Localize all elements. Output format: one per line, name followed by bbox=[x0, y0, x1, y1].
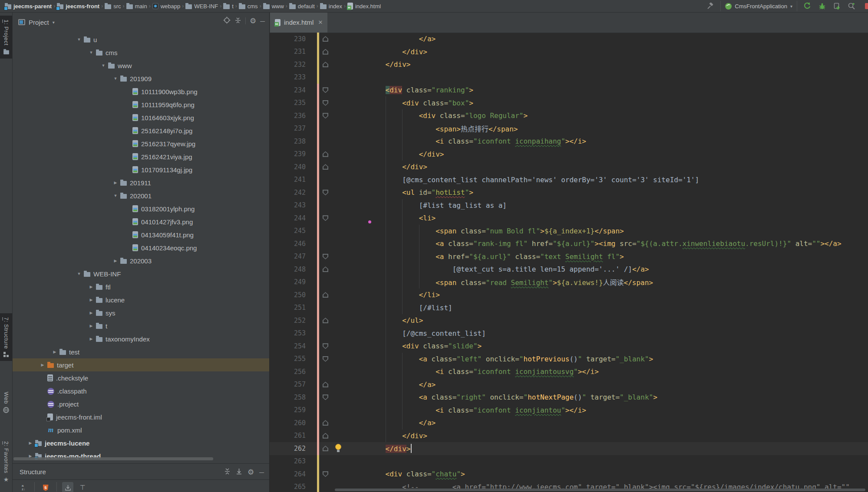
tree-item-201911[interactable]: ▶201911 bbox=[13, 176, 269, 189]
chevron-collapsed-icon[interactable]: ▶ bbox=[26, 441, 35, 445]
code-line-250[interactable]: 250 </li> bbox=[270, 289, 868, 302]
tree-item-25162148yi7o-jpg[interactable]: 25162148yi7o.jpg bbox=[13, 124, 269, 137]
tree-item-www[interactable]: ▼www bbox=[13, 59, 269, 72]
fold-marker-icon[interactable] bbox=[323, 151, 328, 157]
show-fields-icon[interactable]: ⊤ bbox=[77, 482, 88, 492]
breadcrumb-item[interactable]: WEB-INF bbox=[184, 1, 219, 11]
gear-icon[interactable]: ⚙ bbox=[250, 17, 256, 25]
chevron-collapsed-icon[interactable]: ▶ bbox=[86, 337, 96, 341]
chevron-collapsed-icon[interactable]: ▶ bbox=[50, 350, 59, 354]
chevron-collapsed-icon[interactable]: ▶ bbox=[86, 298, 96, 302]
profiler-icon[interactable] bbox=[846, 1, 857, 11]
stripe-tab-favorites[interactable]: 2: Favorites ★ bbox=[0, 437, 12, 486]
fold-marker-icon[interactable] bbox=[323, 100, 328, 106]
collapse-all-icon[interactable] bbox=[234, 17, 241, 25]
breadcrumb-item[interactable]: cms bbox=[238, 1, 259, 11]
tree-item-04134059f41t-png[interactable]: 04134059f41t.png bbox=[13, 228, 269, 241]
tree-item-10111959q6fo-png[interactable]: 10111959q6fo.png bbox=[13, 98, 269, 111]
stop-icon[interactable] bbox=[861, 1, 868, 11]
code-line-234[interactable]: 234 <div class="ranking"> bbox=[270, 84, 868, 97]
code-line-233[interactable]: 233 bbox=[270, 71, 868, 84]
fold-marker-icon[interactable] bbox=[323, 164, 328, 170]
project-horizontal-scrollbar[interactable] bbox=[13, 457, 213, 460]
breadcrumb-item[interactable]: main bbox=[125, 1, 149, 11]
tree-item-pom-xml[interactable]: mpom.xml bbox=[13, 423, 269, 436]
hide-panel-icon[interactable]: ─ bbox=[259, 469, 264, 476]
html5-filter-icon[interactable]: 5 bbox=[40, 482, 51, 492]
stripe-tab-web[interactable]: Web bbox=[0, 388, 12, 418]
code-line-255[interactable]: 255 <a class="left" onclick="hotPrevious… bbox=[270, 353, 868, 366]
tree-item-25162317qyew-jpg[interactable]: 25162317qyew.jpg bbox=[13, 137, 269, 150]
chevron-collapsed-icon[interactable]: ▶ bbox=[38, 363, 47, 367]
fold-marker-icon[interactable] bbox=[323, 343, 328, 349]
breadcrumb-item[interactable]: webapp bbox=[151, 1, 182, 11]
run-coverage-icon[interactable] bbox=[832, 1, 842, 11]
structure-panel-header[interactable]: Structure ⚙ ─ bbox=[13, 463, 269, 480]
code-line-238[interactable]: 238 <i class="iconfont iconpaihang"></i> bbox=[270, 135, 868, 148]
code-line-232[interactable]: 232 </div> bbox=[270, 58, 868, 71]
tree-item-10164603xjyk-png[interactable]: 10164603xjyk.png bbox=[13, 111, 269, 124]
code-line-241[interactable]: 241 [@cms_content_list channelPath='news… bbox=[270, 174, 868, 187]
code-line-259[interactable]: 259 <i class="iconfont iconjiantou"></i> bbox=[270, 404, 868, 417]
tree-item-t[interactable]: ▶t bbox=[13, 319, 269, 332]
code-line-251[interactable]: 251 [/#list] bbox=[270, 302, 868, 315]
chevron-expanded-icon[interactable]: ▼ bbox=[86, 50, 96, 55]
code-editor[interactable]: 230 </a>231 </div>232 </div>233234 <div … bbox=[270, 33, 868, 492]
chevron-expanded-icon[interactable]: ▼ bbox=[74, 37, 84, 42]
tree-item-test[interactable]: ▶test bbox=[13, 345, 269, 358]
code-line-236[interactable]: 236 <div class="logo Regular"> bbox=[270, 109, 868, 122]
fold-marker-icon[interactable] bbox=[323, 190, 328, 195]
tree-item-target[interactable]: ▶target bbox=[13, 358, 269, 371]
code-line-256[interactable]: 256 <i class="iconfont iconjiantousvg"><… bbox=[270, 365, 868, 378]
tree-item-1017091134gj-jpg[interactable]: 1017091134gj.jpg bbox=[13, 163, 269, 176]
code-line-252[interactable]: 252 </ul> bbox=[270, 314, 868, 327]
tree-item--classpath[interactable]: .classpath bbox=[13, 384, 269, 397]
fold-marker-icon[interactable] bbox=[323, 62, 328, 67]
code-line-249[interactable]: 249 <span class="read Semilight">${a.vie… bbox=[270, 276, 868, 289]
hide-panel-icon[interactable]: ─ bbox=[260, 18, 265, 24]
chevron-collapsed-icon[interactable]: ▶ bbox=[111, 180, 120, 185]
tree-item--checkstyle[interactable]: .checkstyle bbox=[13, 371, 269, 384]
code-line-246[interactable]: 246 <a class="rank-img fl" href="${a.url… bbox=[270, 237, 868, 250]
breadcrumb-item[interactable]: index.html bbox=[346, 1, 382, 11]
stripe-tab-project[interactable]: 1: Project bbox=[0, 16, 12, 59]
tree-item-03182001ylph-png[interactable]: 03182001ylph.png bbox=[13, 202, 269, 215]
fold-marker-icon[interactable] bbox=[323, 36, 328, 42]
code-line-258[interactable]: 258 <a class="right" onclick="hotNextPag… bbox=[270, 391, 868, 404]
gear-icon[interactable]: ⚙ bbox=[248, 469, 254, 476]
chevron-collapsed-icon[interactable]: ▶ bbox=[86, 324, 96, 328]
build-hammer-icon[interactable] bbox=[705, 1, 716, 11]
tree-item-201909[interactable]: ▼201909 bbox=[13, 72, 269, 85]
tree-item-202003[interactable]: ▶202003 bbox=[13, 254, 269, 267]
scroll-from-source-icon[interactable] bbox=[224, 468, 231, 476]
intention-bulb-icon[interactable] bbox=[335, 444, 342, 453]
fold-marker-icon[interactable] bbox=[323, 266, 328, 272]
code-line-243[interactable]: 243 [#list tag_list as a] bbox=[270, 199, 868, 212]
code-line-247[interactable]: 247 <a href="${a.url}" class="text Semil… bbox=[270, 250, 868, 263]
code-line-248[interactable]: 248 [@text_cut s=a.title len=15 append='… bbox=[270, 263, 868, 276]
tree-item-lucene[interactable]: ▶lucene bbox=[13, 293, 269, 306]
rerun-icon[interactable] bbox=[802, 1, 812, 11]
fold-marker-icon[interactable] bbox=[323, 87, 328, 93]
fold-marker-icon[interactable] bbox=[323, 420, 328, 426]
run-configuration-select[interactable]: CmsFrontApplication ▾ bbox=[720, 1, 797, 11]
code-line-263[interactable]: 263 bbox=[270, 455, 868, 468]
code-line-260[interactable]: 260 </a> bbox=[270, 417, 868, 430]
fold-marker-icon[interactable] bbox=[323, 254, 328, 259]
code-line-242[interactable]: 242 <ul id="hotList"> bbox=[270, 186, 868, 199]
sort-alphabetically-icon[interactable]: az↓ bbox=[18, 482, 29, 492]
code-line-240[interactable]: 240 </div> bbox=[270, 161, 868, 174]
fold-marker-icon[interactable] bbox=[323, 446, 328, 451]
breadcrumb-item[interactable]: index bbox=[319, 1, 343, 11]
breadcrumb-item[interactable]: www bbox=[262, 1, 285, 11]
chevron-expanded-icon[interactable]: ▼ bbox=[111, 76, 120, 81]
code-line-261[interactable]: 261 </div> bbox=[270, 430, 868, 443]
tree-item-jeecms-mq-thread[interactable]: ▶jeecms-mq-thread bbox=[13, 449, 269, 462]
code-line-235[interactable]: 235 <div class="box"> bbox=[270, 97, 868, 110]
project-panel-header[interactable]: Project ▾ ⚙ ─ bbox=[13, 12, 269, 32]
tree-item--project[interactable]: .project bbox=[13, 397, 269, 410]
tree-item-web-inf[interactable]: ▼WEB-INF bbox=[13, 267, 269, 280]
code-line-237[interactable]: 237 <span>热点排行</span> bbox=[270, 122, 868, 135]
close-icon[interactable]: ✕ bbox=[318, 19, 323, 26]
code-line-239[interactable]: 239 </div> bbox=[270, 148, 868, 161]
